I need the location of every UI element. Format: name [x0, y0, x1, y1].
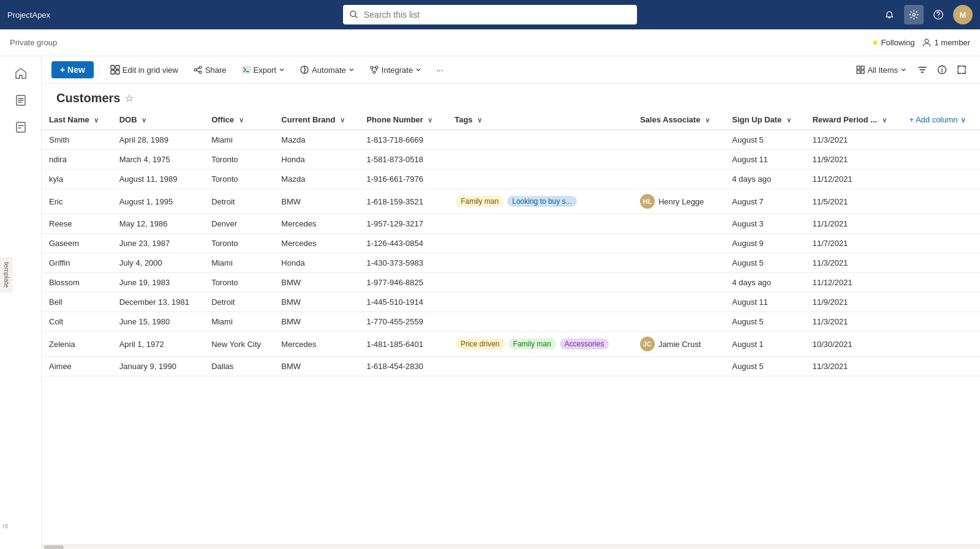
table-cell: 11/7/2021	[805, 234, 902, 253]
table-row[interactable]: AimeeJanuary 9, 1990DallasBMW1-618-454-2…	[42, 357, 980, 376]
col-associate[interactable]: Sales Associate ∨	[633, 110, 725, 130]
col-reward[interactable]: Reward Period ... ∨	[805, 110, 902, 130]
table-cell: 1-481-185-6401	[359, 332, 447, 357]
following-label: Following	[881, 38, 915, 47]
notification-icon[interactable]	[880, 5, 899, 24]
view-selector[interactable]: All Items	[851, 63, 911, 77]
sort-icon: ∨	[477, 116, 482, 124]
table-cell-tags: Price drivenFamily manAccessories	[447, 332, 633, 357]
grid-icon	[110, 65, 120, 75]
members-count: 1 member	[934, 38, 970, 47]
sidebar-page-icon[interactable]	[9, 88, 33, 113]
favorite-star-icon[interactable]: ☆	[125, 92, 134, 104]
sort-icon: ∨	[786, 116, 791, 124]
col-tags[interactable]: Tags ∨	[447, 110, 633, 130]
integrate-label: Integrate	[382, 65, 413, 75]
associate-cell: HLHenry Legge	[640, 194, 717, 209]
add-col-chevron: ∨	[960, 115, 967, 124]
integrate-chevron-icon	[415, 67, 421, 73]
table-cell	[902, 130, 980, 150]
more-button[interactable]: ···	[430, 62, 449, 78]
table-cell	[902, 150, 980, 170]
table-cell	[902, 312, 980, 332]
col-add[interactable]: + Add column ∨	[902, 110, 980, 130]
table-cell: BMW	[274, 357, 359, 376]
search-input[interactable]	[364, 10, 631, 20]
table-row[interactable]: ZeleniaApril 1, 1972New York CityMercede…	[42, 332, 980, 357]
table-cell: Miami	[204, 253, 274, 273]
table-cell: Honda	[274, 253, 359, 273]
export-button[interactable]: Export	[235, 61, 292, 78]
table-cell: August 9	[725, 234, 805, 253]
table-row[interactable]: GaseemJune 23, 1987TorontoMercedes1-126-…	[42, 234, 980, 253]
col-dob[interactable]: DOB ∨	[112, 110, 204, 130]
table-cell: 1-813-718-6669	[359, 130, 447, 150]
svg-point-4	[925, 39, 929, 43]
svg-point-17	[375, 66, 378, 69]
table-container[interactable]: Last Name ∨ DOB ∨ Office ∨ Current Brand…	[42, 110, 980, 544]
col-office[interactable]: Office ∨	[204, 110, 274, 130]
table-row[interactable]: BlossomJune 19, 1983TorontoBMW1-977-946-…	[42, 273, 980, 293]
toolbar-right: All Items	[851, 62, 970, 77]
table-cell-associate	[633, 234, 725, 253]
table-cell: kyla	[42, 170, 112, 189]
new-button[interactable]: + New	[51, 61, 94, 78]
table-cell: 1-126-443-0854	[359, 234, 447, 253]
filter-button[interactable]	[914, 62, 931, 77]
table-cell-tags	[447, 312, 633, 332]
table-cell-associate	[633, 150, 725, 170]
svg-rect-21	[857, 70, 860, 73]
share-button[interactable]: Share	[187, 61, 233, 78]
col-phone[interactable]: Phone Number ∨	[359, 110, 447, 130]
sidebar-note-icon[interactable]	[9, 115, 33, 140]
table-cell: 1-957-129-3217	[359, 214, 447, 234]
table-cell: Gaseem	[42, 234, 112, 253]
table-row[interactable]: ReeseMay 12, 1986DenverMercedes1-957-129…	[42, 214, 980, 234]
table-row[interactable]: SmithApril 28, 1989MiamiMazda1-813-718-6…	[42, 130, 980, 150]
sub-bar-right: ★ Following 1 member	[872, 38, 970, 48]
edit-grid-button[interactable]: Edit in grid view	[104, 61, 184, 78]
table-row[interactable]: ColtJune 15, 1980MiamiBMW1-770-455-2559A…	[42, 312, 980, 332]
automate-button[interactable]: Automate	[293, 61, 361, 78]
table-cell: 1-581-873-0518	[359, 150, 447, 170]
more-label: ···	[436, 65, 443, 75]
table-cell: Denver	[204, 214, 274, 234]
person-icon	[922, 38, 932, 48]
table-row[interactable]: BellDecember 13, 1981DetroitBMW1-445-510…	[42, 293, 980, 312]
settings-icon[interactable]	[904, 5, 924, 24]
bottom-edge-label: nt	[0, 521, 10, 531]
help-icon[interactable]	[929, 5, 948, 24]
table-cell: ndira	[42, 150, 112, 170]
sidebar-home-icon[interactable]	[9, 61, 33, 86]
table-cell: 1-916-661-7976	[359, 170, 447, 189]
table-cell: 1-977-946-8825	[359, 273, 447, 293]
integrate-button[interactable]: Integrate	[363, 61, 428, 78]
main-layout: + New Edit in grid view Share	[0, 56, 980, 549]
table-cell	[902, 293, 980, 312]
search-bar[interactable]	[343, 5, 637, 24]
expand-button[interactable]	[953, 62, 970, 77]
info-button[interactable]	[933, 62, 951, 77]
table-cell	[902, 332, 980, 357]
table-row[interactable]: EricAugust 1, 1995DetroitBMW1-618-159-35…	[42, 189, 980, 214]
tag-badge: Family man	[508, 338, 556, 349]
scroll-thumb	[44, 545, 64, 549]
table-row[interactable]: GriffinJuly 4, 2000MiamiHonda1-430-373-5…	[42, 253, 980, 273]
user-avatar[interactable]: M	[953, 5, 973, 24]
col-last-name[interactable]: Last Name ∨	[42, 110, 112, 130]
add-column-button[interactable]: + Add column ∨	[909, 115, 973, 124]
table-row[interactable]: kylaAugust 11, 1989TorontoMazda1-916-661…	[42, 170, 980, 189]
table-cell	[902, 234, 980, 253]
table-cell: Honda	[274, 150, 359, 170]
table-header-row: Last Name ∨ DOB ∨ Office ∨ Current Brand…	[42, 110, 980, 130]
svg-rect-6	[17, 122, 25, 132]
table-cell: April 1, 1972	[112, 332, 204, 357]
col-brand[interactable]: Current Brand ∨	[274, 110, 359, 130]
svg-rect-20	[861, 66, 864, 69]
table-row[interactable]: ndiraMarch 4, 1975TorontoHonda1-581-873-…	[42, 150, 980, 170]
svg-rect-8	[116, 65, 119, 69]
template-sidebar-label: template	[0, 256, 12, 292]
col-signup[interactable]: Sign Up Date ∨	[725, 110, 805, 130]
following-button[interactable]: ★ Following	[872, 38, 915, 47]
horizontal-scrollbar[interactable]	[42, 544, 980, 549]
